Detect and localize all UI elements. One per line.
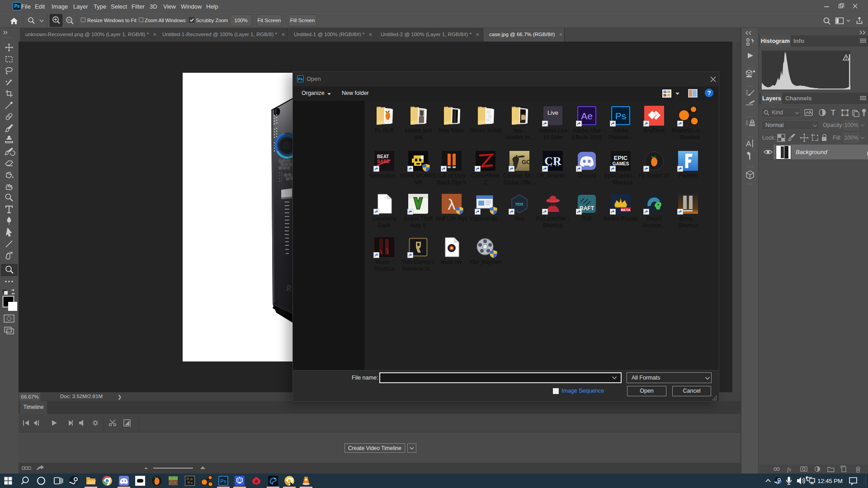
svg-text:Ae: Ae	[581, 111, 593, 121]
svg-text:fx: fx	[787, 466, 792, 473]
svg-text:λ: λ	[448, 196, 456, 213]
svg-text:T: T	[831, 109, 835, 117]
svg-text:GO: GO	[522, 159, 530, 165]
svg-text:Live: Live	[547, 109, 558, 116]
svg-text:BEAT: BEAT	[377, 154, 389, 159]
svg-text:BETA: BETA	[621, 208, 630, 212]
svg-text:12:45 PM: 12:45 PM	[817, 478, 843, 484]
svg-text:nox: nox	[515, 201, 524, 206]
svg-text:Ps: Ps	[615, 111, 627, 121]
svg-text:R: R	[286, 284, 291, 293]
svg-text:EPIC: EPIC	[614, 155, 628, 161]
svg-text:A: A	[746, 140, 751, 148]
svg-text:Ps: Ps	[221, 479, 226, 484]
